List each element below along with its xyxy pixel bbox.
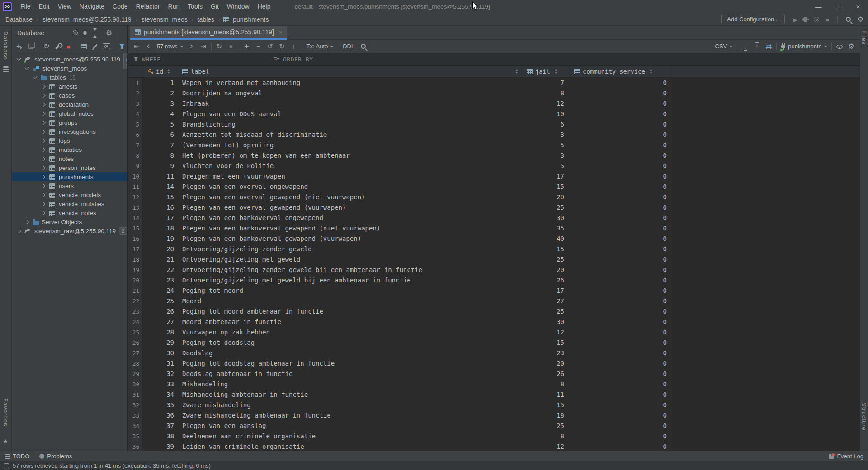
cell-label[interactable]: Ontvoering/gijzeling zonder geweld [179,244,522,254]
menu-item[interactable]: Help [254,0,275,13]
cell-label[interactable]: Plegen van een aanslag [179,421,522,431]
open-table-icon[interactable] [78,41,90,52]
cell-id[interactable]: 37 [142,421,179,431]
table-row[interactable]: 35 38 Deelnemen aan criminele organisati… [128,431,860,442]
cell-jail[interactable]: 5 [522,161,570,171]
tree-item[interactable]: mutaties [12,145,127,154]
cell-id[interactable]: 35 [142,400,179,410]
table-row[interactable]: 27 30 Doodslag 23 0 [128,348,860,358]
table-row[interactable]: 21 24 Poging tot moord 17 0 [128,286,860,296]
cell-label[interactable]: Poging tot moord ambtenaar in functie [179,306,522,317]
cell-id[interactable]: 6 [142,130,179,140]
cell-jail[interactable]: 15 [522,182,570,192]
tree-item[interactable]: Server Objects [12,217,127,226]
find-icon[interactable] [357,41,369,52]
table-row[interactable]: 5 5 Brandstichting 6 0 [128,119,860,130]
tree-item[interactable]: vehicle_notes [12,208,127,217]
stop-icon[interactable] [826,15,829,24]
cell-label[interactable]: Plegen van een overval ongewapend [179,182,522,192]
tree-item[interactable]: stevensm_meos@5.255.90.119 1 of 2 [12,55,127,64]
maximize-button[interactable] [828,0,848,13]
tree-chevron-icon[interactable] [41,147,46,152]
cell-community-service[interactable]: 0 [570,254,672,265]
cell-label[interactable]: Plegen van een overval gewapend (niet vu… [179,192,522,202]
tree-item[interactable]: stevensm_meos [12,64,127,73]
tree-item[interactable]: declaration [12,100,127,109]
run-icon[interactable] [793,15,797,24]
copy-icon[interactable] [25,41,36,52]
tree-item[interactable]: investigations [12,127,127,136]
cell-label[interactable]: Inbraak [179,99,522,109]
profiler-icon[interactable] [814,17,819,22]
cell-label[interactable]: Zware mishandeling ambtenaar in functie [179,410,522,421]
table-row[interactable]: 12 15 Plegen van een overval gewapend (n… [128,192,860,202]
menu-item[interactable]: Window [223,0,254,13]
cell-label[interactable]: Brandstichting [179,119,522,130]
cell-id[interactable]: 30 [142,348,179,358]
cell-id[interactable]: 15 [142,192,179,202]
cell-label[interactable]: Plegen van een bankoverval ongewapend [179,213,522,223]
cell-label[interactable]: Doorrijden na ongeval [179,88,522,99]
table-row[interactable]: 16 19 Plegen van een bankoverval gewapen… [128,234,860,244]
cell-community-service[interactable]: 0 [570,140,672,150]
cell-id[interactable]: 18 [142,223,179,234]
cell-id[interactable]: 21 [142,254,179,265]
table-row[interactable]: 33 36 Zware mishandeling ambtenaar in fu… [128,410,860,421]
tree-item[interactable]: vehicle_models [12,190,127,199]
tree-chevron-icon[interactable] [41,202,46,206]
filter-icon[interactable] [116,41,127,52]
cell-community-service[interactable]: 0 [570,400,672,410]
cell-jail[interactable]: 25 [522,421,570,431]
settings-gear-icon[interactable] [104,28,114,37]
ddl-button[interactable]: DDL [340,43,357,50]
tree-chevron-icon[interactable] [41,193,46,197]
cell-label[interactable]: Deelnemen aan criminele organisatie [179,431,522,442]
close-button[interactable]: × [848,0,868,13]
cell-jail[interactable]: 12 [522,327,570,338]
tree-item[interactable]: users [12,181,127,190]
data-source-properties-icon[interactable] [52,41,63,52]
cell-community-service[interactable]: 0 [570,161,672,171]
cell-label[interactable]: Vluchten voor de Politie [179,161,522,171]
sort-control[interactable] [650,69,652,74]
sort-control[interactable] [555,69,557,74]
locate-icon[interactable] [70,30,80,35]
cell-id[interactable]: 22 [142,265,179,275]
cell-community-service[interactable]: 0 [570,296,672,306]
cell-jail[interactable]: 25 [522,202,570,213]
table-row[interactable]: 1 1 Wapen in verband met aanhouding 7 0 [128,78,860,88]
tree-chevron-icon[interactable] [41,111,46,116]
cell-community-service[interactable]: 0 [570,150,672,161]
breadcrumb-item[interactable]: Database [5,16,33,23]
page-size-dropdown[interactable]: 57 rows [154,43,186,50]
minimize-button[interactable]: — [808,0,828,13]
table-row[interactable]: 4 4 Plegen van een DDoS aanval 10 0 [128,109,860,119]
cell-jail[interactable]: 20 [522,265,570,275]
cell-label[interactable]: Plegen van een bankoverval gewapend (vuu… [179,234,522,244]
cell-id[interactable]: 24 [142,286,179,296]
settings-gear-icon[interactable] [857,15,863,24]
cell-jail[interactable]: 15 [522,400,570,410]
cell-id[interactable]: 38 [142,431,179,442]
cell-jail[interactable]: 15 [522,244,570,254]
tree-item[interactable]: stevensm_ravr@5.255.90.119 2 [12,226,127,235]
table-row[interactable]: 3 3 Inbraak 12 0 [128,99,860,109]
cell-jail[interactable]: 25 [522,306,570,317]
cell-id[interactable]: 32 [142,369,179,379]
cell-label[interactable]: Het (proberen) om te kopen van een ambte… [179,150,522,161]
cell-jail[interactable]: 30 [522,213,570,223]
cell-label[interactable]: Ontvoering/gijzeling zonder geweld bij e… [179,265,522,275]
cell-jail[interactable]: 12 [522,442,570,451]
column-header-community-service[interactable]: community_service [570,66,672,77]
tree-item[interactable]: global_notes [12,109,127,118]
order-by-field[interactable]: ORDER BY [274,56,313,63]
table-row[interactable]: 30 33 Mishandeling 8 0 [128,379,860,390]
first-page-icon[interactable] [131,41,142,52]
cell-id[interactable]: 33 [142,379,179,390]
cell-id[interactable]: 1 [142,78,179,88]
cell-jail[interactable]: 6 [522,119,570,130]
sort-control[interactable] [515,69,518,74]
cell-community-service[interactable]: 0 [570,286,672,296]
cell-community-service[interactable]: 0 [570,442,672,451]
table-row[interactable]: 24 27 Moord ambtenaar in functie 30 0 [128,317,860,327]
